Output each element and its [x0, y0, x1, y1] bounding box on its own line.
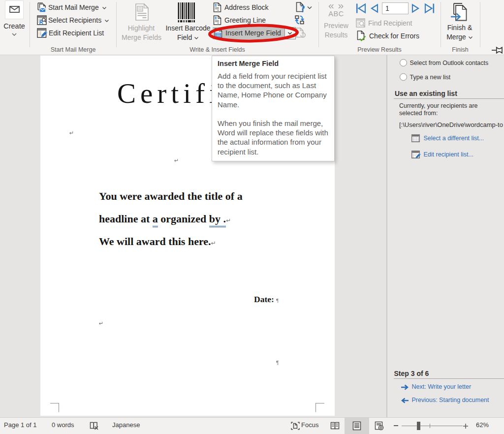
svg-text:?: ?	[300, 3, 305, 12]
